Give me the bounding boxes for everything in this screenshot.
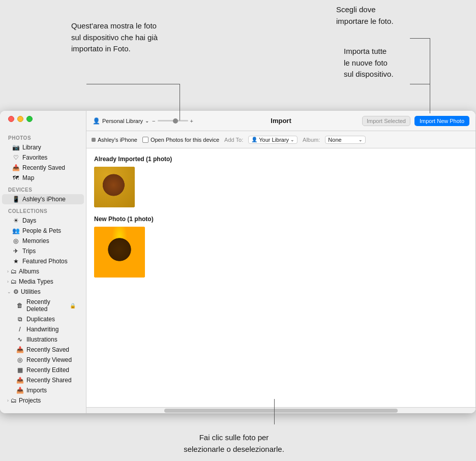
sidebar-item-recently-saved-u[interactable]: 📥 Recently Saved — [2, 345, 84, 355]
projects-icon: 🗂 — [11, 397, 17, 404]
toolbar-right: Import Selected Import New Photo — [295, 116, 469, 126]
photo-already-imported[interactable] — [94, 167, 135, 207]
sidebar-item-recently-viewed[interactable]: ◎ Recently Viewed — [2, 355, 84, 365]
traffic-light-yellow[interactable] — [17, 116, 23, 122]
sidebar-item-featured[interactable]: ★ Featured Photos — [2, 256, 84, 266]
device-dot — [92, 138, 96, 142]
sidebar-label-recently-shared: Recently Shared — [26, 377, 72, 384]
sidebar-item-recently-deleted[interactable]: 🗑 Recently Deleted 🔒 — [2, 297, 84, 314]
photo-already-img — [94, 167, 135, 207]
open-photos-label: Open Photos for this device — [151, 137, 219, 143]
sidebar-item-projects[interactable]: 🗂 Projects — [2, 395, 84, 406]
utilities-icon: ⚙ — [13, 288, 19, 295]
sidebar-item-library[interactable]: 📷 Library — [2, 142, 84, 152]
utilities-chevron — [7, 289, 11, 294]
annotation-line-left — [180, 84, 180, 120]
favorites-icon: ♡ — [12, 154, 19, 161]
bottom-scrollbar-thumb — [164, 409, 398, 413]
sidebar-label-albums: Albums — [19, 268, 39, 275]
toolbar-title: Import — [271, 117, 291, 125]
sidebar-label-imports: Imports — [26, 387, 47, 394]
sidebar-label-map: Map — [22, 174, 34, 181]
sidebar-item-memories[interactable]: ◎ Memories — [2, 236, 84, 246]
annotation-line-right — [430, 38, 430, 113]
sidebar-label-featured: Featured Photos — [22, 258, 68, 265]
sidebar-item-favorites[interactable]: ♡ Favorites — [2, 152, 84, 163]
sub-toolbar: Ashley's iPhone Open Photos for this dev… — [86, 131, 475, 148]
sidebar-label-days: Days — [22, 217, 36, 224]
library-dropdown-arrow: ⌄ — [290, 137, 294, 142]
album-dropdown[interactable]: None ⌄ — [325, 136, 366, 144]
bottom-scrollbar[interactable] — [86, 407, 475, 413]
people-pets-icon: 👥 — [12, 227, 19, 234]
zoom-slider[interactable] — [158, 120, 188, 121]
sidebar-item-handwriting[interactable]: / Handwriting — [2, 324, 84, 334]
device-badge: Ashley's iPhone — [92, 137, 137, 143]
annotation-line-right-h2 — [410, 84, 430, 84]
sidebar-label-utilities: Utilities — [21, 288, 41, 295]
traffic-lights — [8, 116, 33, 122]
library-person-icon: 👤 — [251, 137, 257, 142]
sidebar-item-imports[interactable]: 📥 Imports — [2, 385, 84, 395]
sidebar-item-recently-edited[interactable]: ▦ Recently Edited — [2, 365, 84, 375]
recently-edited-icon: ▦ — [16, 366, 23, 374]
already-imported-header: Already Imported (1 photo) — [94, 156, 468, 163]
sidebar-item-albums[interactable]: 🗂 Albums — [2, 266, 84, 276]
sidebar-item-duplicates[interactable]: ⧉ Duplicates — [2, 314, 84, 324]
annotation-top-right-2: Importa tutte le nuove foto sul disposit… — [344, 46, 456, 80]
sidebar-item-iphone[interactable]: 📱 Ashley's iPhone — [2, 194, 84, 204]
sidebar-item-days[interactable]: ☀ Days — [2, 216, 84, 226]
import-selected-button[interactable]: Import Selected — [362, 116, 410, 126]
sidebar-item-recently-saved[interactable]: 📥 Recently Saved — [2, 163, 84, 173]
sidebar-label-media-types: Media Types — [19, 278, 53, 285]
main-content-area: 👤 Personal Library ⌄ − + Import Import S… — [86, 111, 475, 413]
days-icon: ☀ — [12, 217, 19, 224]
sidebar-label-duplicates: Duplicates — [26, 316, 55, 323]
sidebar-label-recently-edited: Recently Edited — [26, 366, 69, 374]
main-window: Photos 📷 Library ♡ Favorites 📥 Recently … — [0, 111, 475, 413]
sidebar-label-recently-saved: Recently Saved — [22, 164, 65, 171]
recently-shared-icon: 📤 — [16, 377, 23, 384]
annotation-line-right-h1 — [410, 38, 430, 39]
photo-area: Already Imported (1 photo) New Photo (1 … — [86, 148, 475, 407]
zoom-control: − + — [152, 118, 193, 124]
person-icon: 👤 — [93, 117, 100, 125]
sidebar-item-media-types[interactable]: 🗂 Media Types — [2, 276, 84, 287]
photo-new-item[interactable] — [94, 227, 145, 278]
sidebar-label-handwriting: Handwriting — [26, 326, 58, 333]
sidebar-item-trips[interactable]: ✈ Trips — [2, 246, 84, 256]
checkbox-box — [142, 137, 148, 143]
zoom-minus[interactable]: − — [152, 118, 155, 124]
sidebar-item-recently-shared[interactable]: 📤 Recently Shared — [2, 375, 84, 385]
album-dropdown-value: None — [328, 137, 341, 143]
duplicates-icon: ⧉ — [16, 316, 23, 323]
traffic-light-green[interactable] — [26, 116, 33, 122]
zoom-plus[interactable]: + — [190, 118, 193, 124]
recently-deleted-icon: 🗑 — [16, 302, 23, 309]
sidebar: Photos 📷 Library ♡ Favorites 📥 Recently … — [0, 111, 86, 413]
sidebar-section-photos: Photos — [0, 131, 86, 142]
sidebar-item-map[interactable]: 🗺 Map — [2, 173, 84, 183]
sidebar-item-people-pets[interactable]: 👥 People & Pets — [2, 226, 84, 236]
album-label: Album: — [303, 137, 320, 143]
library-selector[interactable]: 👤 Personal Library ⌄ — [93, 117, 149, 125]
library-dropdown[interactable]: 👤 Your Library ⌄ — [248, 136, 298, 144]
traffic-light-red[interactable] — [8, 116, 14, 122]
sidebar-section-collections: Collections — [0, 204, 86, 216]
sidebar-label-recently-viewed: Recently Viewed — [26, 356, 72, 363]
annotation-top-left: Quest'area mostra le foto sul dispositiv… — [71, 20, 183, 55]
sidebar-item-illustrations[interactable]: ∿ Illustrations — [2, 334, 84, 345]
already-imported-grid — [94, 167, 468, 207]
sidebar-item-utilities[interactable]: ⚙ Utilities — [2, 287, 84, 297]
media-types-chevron — [7, 279, 9, 284]
sidebar-label-memories: Memories — [22, 237, 49, 244]
sidebar-label-illustrations: Illustrations — [26, 336, 57, 343]
sidebar-label-recently-saved-u: Recently Saved — [26, 346, 69, 353]
featured-icon: ★ — [12, 258, 19, 265]
device-label: Ashley's iPhone — [98, 137, 137, 143]
open-photos-checkbox[interactable]: Open Photos for this device — [142, 137, 219, 143]
imports-icon: 📥 — [16, 387, 23, 394]
illustrations-icon: ∿ — [16, 336, 23, 343]
sidebar-label-people-pets: People & Pets — [22, 227, 61, 234]
import-new-button[interactable]: Import New Photo — [414, 116, 469, 126]
